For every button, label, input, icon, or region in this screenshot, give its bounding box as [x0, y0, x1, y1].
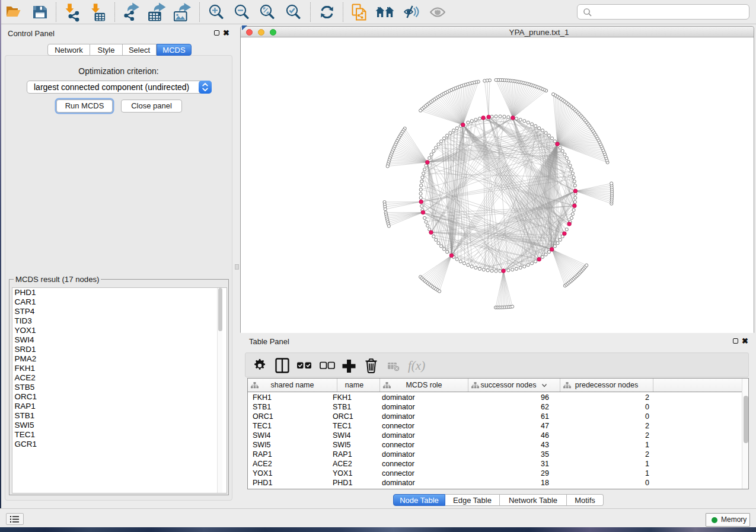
- svg-text:f(x): f(x): [408, 358, 425, 373]
